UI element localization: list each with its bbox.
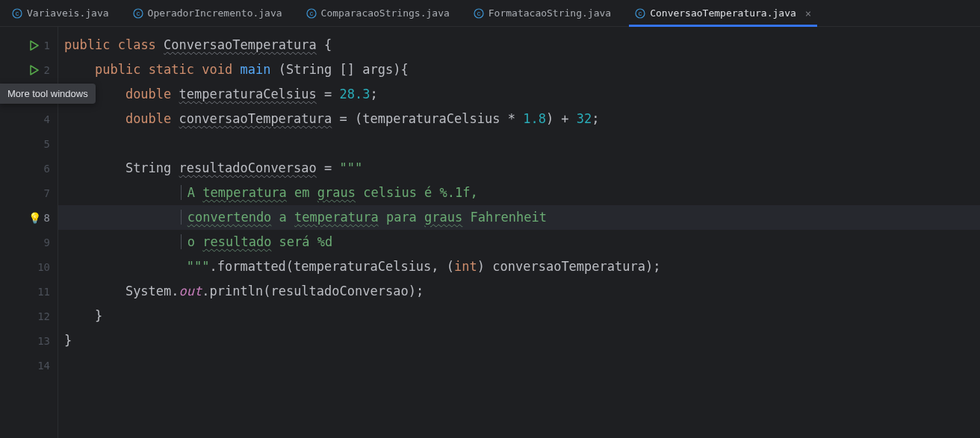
tab-label: OperadorIncremento.java bbox=[148, 7, 282, 19]
tab-variaveis[interactable]: c Variaveis.java bbox=[0, 0, 121, 26]
lightbulb-icon[interactable]: 💡 bbox=[28, 212, 41, 224]
gutter-row[interactable]: 9 bbox=[0, 230, 58, 254]
line-number: 1 bbox=[44, 40, 50, 51]
svg-text:c: c bbox=[136, 10, 140, 17]
line-number: 14 bbox=[37, 360, 50, 372]
tab-comparacaostrings[interactable]: c ComparacaoStrings.java bbox=[294, 0, 462, 26]
gutter-row[interactable]: 5 bbox=[0, 131, 58, 156]
tab-label: ConversaoTemperatura.java bbox=[650, 7, 796, 19]
code-line[interactable] bbox=[58, 353, 980, 378]
code-line[interactable]: """.formatted(temperaturaCelsius, (int) … bbox=[58, 254, 980, 279]
editor-area: 1 2 3 4 5 6 7 💡 8 9 10 11 12 13 14 publi… bbox=[0, 27, 980, 438]
line-number: 11 bbox=[37, 286, 50, 298]
gutter-row[interactable]: 6 bbox=[0, 156, 58, 181]
line-number: 12 bbox=[37, 310, 50, 322]
run-icon[interactable] bbox=[28, 40, 40, 51]
svg-text:c: c bbox=[477, 10, 481, 17]
tab-label: FormatacaoString.java bbox=[489, 7, 611, 19]
line-number: 7 bbox=[44, 187, 50, 199]
code-line[interactable]: String resultadoConversao = """ bbox=[58, 156, 980, 181]
gutter-row[interactable]: 7 bbox=[0, 181, 58, 205]
gutter-row[interactable]: 2 bbox=[0, 57, 58, 82]
run-icon[interactable] bbox=[28, 64, 40, 76]
gutter-row[interactable]: 12 bbox=[0, 304, 58, 328]
code-line[interactable]: convertendo a temperatura para graus Fah… bbox=[58, 205, 980, 230]
code-area[interactable]: public class ConversaoTemperatura { publ… bbox=[58, 27, 980, 438]
svg-text:c: c bbox=[639, 10, 642, 17]
code-line[interactable]: } bbox=[58, 304, 980, 328]
gutter-row[interactable]: 13 bbox=[0, 328, 58, 353]
java-class-icon: c bbox=[474, 8, 484, 19]
code-line[interactable]: double temperaturaCelsius = 28.3; bbox=[58, 82, 980, 107]
tab-conversaotemperatura[interactable]: c ConversaoTemperatura.java × bbox=[623, 0, 823, 26]
code-line[interactable]: public static void main (String [] args)… bbox=[58, 57, 980, 82]
gutter-row[interactable]: 14 bbox=[0, 353, 58, 378]
svg-text:c: c bbox=[16, 10, 19, 17]
gutter-row[interactable]: 💡 8 bbox=[0, 205, 58, 230]
tooltip-more-tool-windows: More tool windows bbox=[0, 84, 96, 104]
java-class-icon: c bbox=[635, 8, 645, 19]
gutter-row[interactable]: 1 bbox=[0, 33, 58, 57]
line-number: 8 bbox=[44, 212, 50, 224]
tab-label: Variaveis.java bbox=[27, 7, 109, 19]
line-number: 2 bbox=[44, 64, 50, 76]
gutter-row[interactable]: 11 bbox=[0, 279, 58, 304]
code-line[interactable]: double conversaoTemperatura = (temperatu… bbox=[58, 107, 980, 131]
tab-label: ComparacaoStrings.java bbox=[321, 7, 450, 19]
close-icon[interactable]: × bbox=[805, 7, 811, 19]
editor-tabs: c Variaveis.java c OperadorIncremento.ja… bbox=[0, 0, 980, 27]
line-number: 5 bbox=[44, 138, 50, 150]
code-line[interactable]: public class ConversaoTemperatura { bbox=[58, 33, 980, 57]
code-line[interactable]: o resultado será %d bbox=[58, 230, 980, 254]
code-line[interactable]: } bbox=[58, 328, 980, 353]
line-number: 13 bbox=[37, 335, 50, 347]
svg-text:c: c bbox=[309, 10, 313, 17]
line-number: 9 bbox=[44, 237, 50, 248]
tab-operadorincremento[interactable]: c OperadorIncremento.java bbox=[121, 0, 294, 26]
line-number: 10 bbox=[37, 261, 50, 273]
tab-formatacaostring[interactable]: c FormatacaoString.java bbox=[462, 0, 623, 26]
java-class-icon: c bbox=[133, 8, 143, 19]
line-number: 4 bbox=[44, 113, 50, 125]
code-line[interactable]: A temperatura em graus celsius é %.1f, bbox=[58, 181, 980, 205]
java-class-icon: c bbox=[306, 8, 317, 19]
line-number: 6 bbox=[44, 163, 50, 175]
gutter-row[interactable]: 4 bbox=[0, 107, 58, 131]
code-line[interactable] bbox=[58, 131, 980, 156]
gutter-row[interactable]: 10 bbox=[0, 254, 58, 279]
java-class-icon: c bbox=[12, 8, 22, 19]
code-line[interactable]: System.out.println(resultadoConversao); bbox=[58, 279, 980, 304]
